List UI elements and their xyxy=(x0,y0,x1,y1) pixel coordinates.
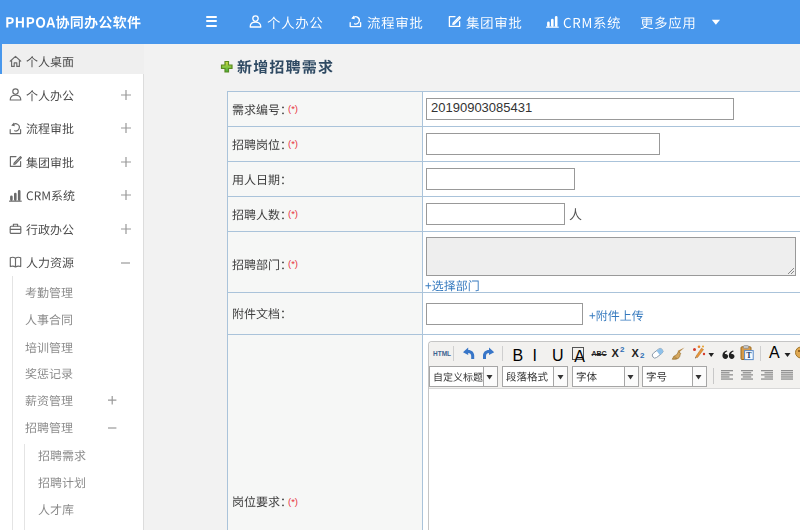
svg-text:T: T xyxy=(746,351,752,360)
